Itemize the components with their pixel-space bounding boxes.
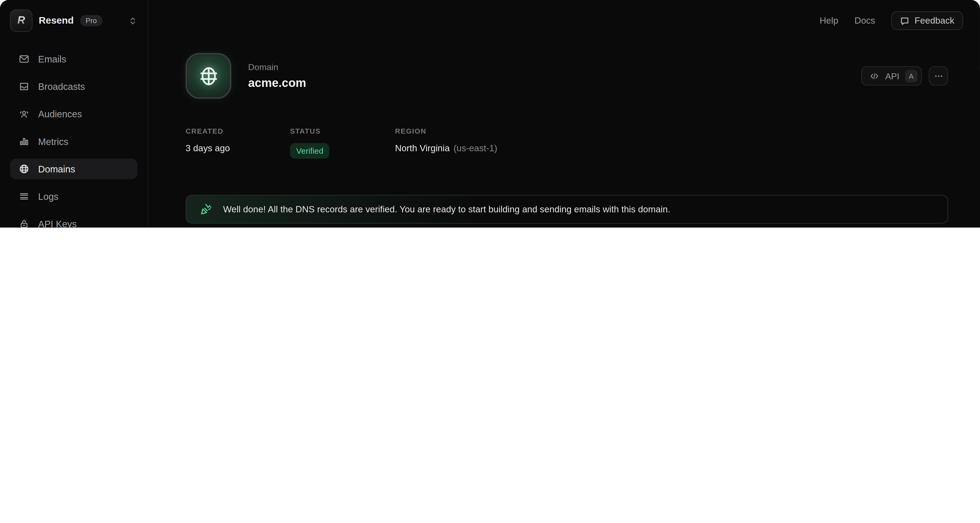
docs-link[interactable]: Docs	[854, 16, 875, 25]
code-icon	[870, 71, 880, 81]
sidebar-item-label: Metrics	[38, 136, 68, 147]
banner-message: Well done! All the DNS records are verif…	[223, 204, 670, 214]
keyboard-shortcut-badge: A	[905, 70, 918, 82]
sidebar-nav: Emails Broadcasts Audiences	[0, 49, 148, 228]
rows-icon	[19, 191, 29, 202]
globe-icon	[19, 164, 29, 174]
sidebar: R Resend Pro Emails	[0, 0, 148, 228]
sidebar-item-metrics[interactable]: Metrics	[10, 131, 137, 152]
sidebar-item-label: Logs	[38, 191, 59, 202]
resend-logo: R	[10, 9, 33, 32]
created-label: CREATED	[186, 127, 290, 135]
domain-meta: CREATED 3 days ago STATUS Verified REGIO…	[186, 127, 948, 158]
sidebar-item-label: Audiences	[38, 109, 82, 119]
domain-more-button[interactable]	[929, 66, 948, 86]
region-value: North Virginia (us-east-1)	[395, 143, 497, 153]
sidebar-item-label: Broadcasts	[38, 81, 85, 92]
sidebar-item-label: Domains	[38, 164, 75, 174]
help-link[interactable]: Help	[820, 16, 838, 25]
sidebar-item-api-keys[interactable]: API Keys	[10, 214, 137, 228]
speech-bubble-icon	[900, 16, 909, 25]
workspace-name: Resend	[39, 15, 74, 26]
resend-app-window: R Resend Pro Emails	[0, 0, 980, 228]
ellipsis-icon	[934, 71, 943, 81]
top-navigation: Help Docs Feedback	[820, 11, 963, 30]
lock-icon	[19, 219, 29, 228]
plan-badge: Pro	[80, 15, 102, 26]
sidebar-item-domains[interactable]: Domains	[10, 158, 137, 179]
sidebar-item-label: API Keys	[38, 219, 76, 228]
bar-chart-icon	[19, 136, 29, 147]
party-popper-icon	[200, 203, 213, 216]
domain-globe-icon	[186, 53, 231, 98]
inbox-icon	[19, 81, 29, 92]
mail-icon	[19, 54, 29, 64]
domain-kicker: Domain	[248, 62, 306, 72]
created-value: 3 days ago	[186, 143, 290, 153]
sidebar-item-broadcasts[interactable]: Broadcasts	[10, 76, 137, 97]
users-icon	[19, 109, 29, 119]
status-label: STATUS	[290, 127, 395, 135]
region-label: REGION	[395, 127, 497, 135]
workspace-switcher[interactable]: R Resend Pro	[0, 0, 148, 32]
chevron-up-down-icon	[128, 16, 137, 25]
domain-header: Domain acme.com API A	[186, 53, 948, 98]
main-content: Help Docs Feedback Domain acme.com	[148, 0, 980, 228]
status-badge: Verified	[290, 143, 330, 158]
api-button[interactable]: API A	[862, 66, 922, 86]
feedback-button[interactable]: Feedback	[891, 11, 963, 30]
region-code: (us-east-1)	[453, 143, 497, 153]
sidebar-item-label: Emails	[38, 54, 66, 64]
sidebar-item-logs[interactable]: Logs	[10, 186, 137, 207]
success-banner: Well done! All the DNS records are verif…	[186, 195, 948, 224]
page-title: acme.com	[248, 76, 306, 90]
sidebar-item-audiences[interactable]: Audiences	[10, 104, 137, 124]
sidebar-item-emails[interactable]: Emails	[10, 49, 137, 69]
